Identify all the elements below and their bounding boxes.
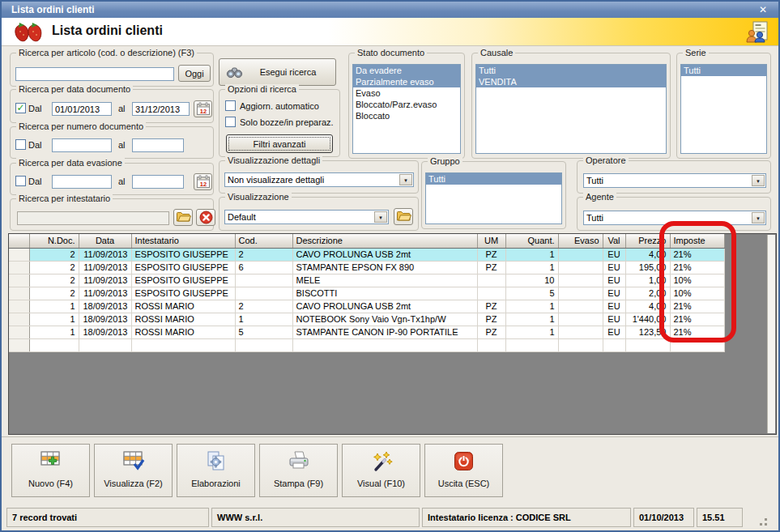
dal-checkbox[interactable] (15, 139, 26, 150)
visualizzazione-dettagli-select[interactable]: Non visualizzare dettagli ▼ (224, 172, 414, 187)
column-header[interactable]: Quant. (505, 234, 558, 248)
elaborazioni-button[interactable]: Elaborazioni (177, 444, 255, 497)
visual-f10-button[interactable]: Visual (F10) (342, 444, 420, 497)
data-doc-from-input[interactable] (52, 102, 112, 116)
dal-checkbox[interactable]: ✓ (15, 103, 26, 113)
calendar-icon[interactable]: 12 (194, 173, 212, 190)
filter-panel: Ricerca per articolo (cod. o descrizione… (2, 46, 778, 233)
table-cell: BISCOTTI (292, 287, 477, 300)
list-item[interactable]: Da evadere (353, 65, 460, 76)
table-cell: 1'440,00 (625, 313, 670, 326)
list-item[interactable]: Bloccato (353, 110, 460, 121)
causale-listbox[interactable]: TuttiVENDITA (475, 64, 667, 154)
column-header[interactable]: Imposte (670, 234, 724, 248)
table-row[interactable]: 118/09/2013ROSSI MARIO5STAMPANTE CANON I… (9, 326, 724, 338)
table-cell (558, 326, 603, 338)
serie-listbox[interactable]: Tutti (680, 64, 767, 154)
orders-table[interactable]: N.Doc.DataIntestatarioCod.DescrizioneUMQ… (9, 234, 725, 352)
stato-documento-listbox[interactable]: Da evadereParzialmente evasoEvasoBloccat… (352, 64, 461, 154)
column-header[interactable]: UM (477, 234, 505, 248)
esegui-ricerca-button[interactable]: Esegui ricerca (219, 58, 336, 86)
stampa-f9-button[interactable]: Stampa (F9) (259, 444, 338, 497)
table-cell: 21% (670, 313, 724, 326)
list-item[interactable]: Tutti (681, 65, 766, 76)
list-item[interactable]: Evaso (353, 87, 460, 99)
oggi-button[interactable]: Oggi (178, 65, 211, 82)
bottom-toolbar: Nuovo (F4)Visualizza (F2)ElaborazioniSta… (2, 436, 778, 503)
group-data-documento: Ricerca per data documento ✓ Dal al 12 (10, 89, 214, 123)
data-ev-from-input[interactable] (52, 175, 112, 189)
resize-grip[interactable] (765, 518, 767, 521)
table-cell (9, 274, 29, 287)
table-cell: 2 (29, 274, 79, 287)
folder-open-icon[interactable] (394, 208, 413, 225)
aggiorn-automatico-checkbox[interactable] (225, 100, 236, 111)
table-row[interactable]: 118/09/2013ROSSI MARIO1NOTEBOOK Sony Vai… (9, 313, 724, 326)
table-cell (558, 248, 603, 261)
company-name: WWW s.r.l. (211, 508, 420, 527)
table-add-icon (12, 450, 89, 476)
status-time: 15.51 (697, 508, 743, 527)
data-ev-to-input[interactable] (132, 175, 184, 189)
column-header[interactable]: Prezzo (625, 234, 670, 248)
gruppo-listbox[interactable]: Tutti (425, 172, 562, 224)
group-agente: Agente Tutti ▼ (577, 197, 771, 231)
articolo-input[interactable] (15, 67, 174, 81)
intestatario-input[interactable] (17, 211, 169, 225)
group-label: Ricerca per numero documento (16, 121, 146, 131)
list-item[interactable]: VENDITA (476, 76, 666, 87)
column-header[interactable]: N.Doc. (29, 234, 79, 248)
table-row[interactable]: 211/09/2013ESPOSITO GIUSEPPE6STAMPANTE E… (9, 261, 724, 274)
calendar-icon[interactable]: 12 (194, 100, 212, 117)
vertical-scrollbar[interactable] (767, 235, 775, 433)
data-doc-to-input[interactable] (132, 102, 190, 116)
table-cell (9, 287, 29, 300)
table-cell (558, 300, 603, 313)
table-row[interactable]: 211/09/2013ESPOSITO GIUSEPPEMELE10EU1,00… (9, 274, 724, 287)
folder-open-icon[interactable] (173, 209, 193, 226)
header-band: Lista ordini clienti (2, 18, 778, 46)
num-doc-to-input[interactable] (132, 138, 184, 152)
title-bar[interactable]: Lista ordini clienti ✕ (2, 2, 778, 18)
table-row[interactable]: 211/09/2013ESPOSITO GIUSEPPE2CAVO PROLUN… (9, 248, 724, 261)
table-cell: EU (603, 300, 625, 313)
column-header[interactable]: Descrizione (292, 234, 477, 248)
table-row[interactable]: 211/09/2013ESPOSITO GIUSEPPEBISCOTTI5EU2… (9, 287, 724, 300)
close-icon[interactable]: ✕ (756, 2, 770, 18)
column-header[interactable]: Data (79, 234, 131, 248)
list-item[interactable]: Tutti (426, 173, 561, 185)
agente-select[interactable]: Tutti ▼ (583, 211, 766, 225)
group-label: Agente (583, 192, 616, 202)
chevron-down-icon[interactable]: ▼ (374, 211, 387, 223)
column-header[interactable]: Evaso (558, 234, 603, 248)
table-empty-row[interactable] (9, 338, 724, 351)
uscita-esc-button[interactable]: Uscita (ESC) (424, 444, 503, 497)
group-label: Ricerca per articolo (cod. o descrizione… (16, 48, 197, 57)
table-row[interactable]: 118/09/2013ROSSI MARIO2CAVO PROLUNGA USB… (9, 300, 724, 313)
list-item[interactable]: Tutti (476, 65, 666, 76)
list-item[interactable]: Parzialmente evaso (353, 76, 460, 87)
visualizzazione-select[interactable]: Default ▼ (224, 210, 389, 224)
esegui-ricerca-label: Esegui ricerca (260, 67, 317, 77)
solo-bozze-checkbox[interactable] (225, 117, 236, 127)
table-cell (9, 338, 29, 351)
table-cell (477, 287, 505, 300)
column-header[interactable]: Intestatario (131, 234, 235, 248)
table-cell: 1 (505, 248, 558, 261)
operatore-select[interactable]: Tutti ▼ (583, 173, 766, 188)
customer-list-icon (744, 21, 769, 46)
chevron-down-icon[interactable]: ▼ (752, 175, 765, 186)
table-cell (670, 338, 724, 351)
column-header[interactable]: Cod. (235, 234, 292, 248)
dal-checkbox[interactable] (15, 176, 26, 186)
column-header[interactable] (9, 234, 29, 248)
num-doc-from-input[interactable] (52, 138, 112, 152)
filtri-avanzati-button[interactable]: Filtri avanzati (226, 134, 333, 153)
list-item[interactable]: Bloccato/Parz.evaso (353, 99, 460, 110)
visualizza-f2-button[interactable]: Visualizza (F2) (94, 444, 173, 497)
chevron-down-icon[interactable]: ▼ (399, 174, 412, 185)
column-header[interactable]: Val (603, 234, 625, 248)
clear-icon[interactable] (196, 209, 215, 226)
nuovo-f4-button[interactable]: Nuovo (F4) (11, 444, 90, 497)
chevron-down-icon[interactable]: ▼ (752, 212, 765, 223)
